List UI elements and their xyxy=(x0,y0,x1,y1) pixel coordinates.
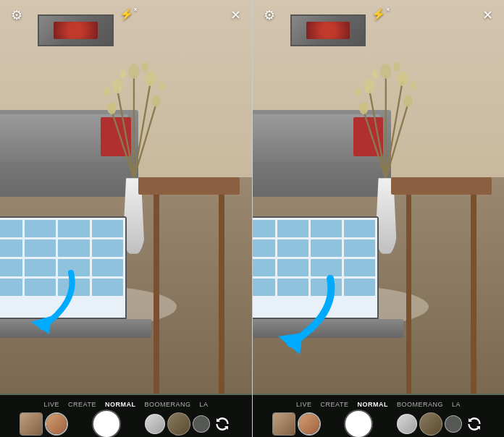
svg-point-25 xyxy=(371,69,378,78)
svg-point-9 xyxy=(107,102,116,114)
left-panel: ⚙ ⚡ x ✕ LIVE CREATE NORMAL BOOMERANG LA xyxy=(0,0,252,437)
svg-point-20 xyxy=(364,78,374,93)
flash-bolt-right: ⚡ xyxy=(371,8,386,20)
rtile-5 xyxy=(253,239,275,257)
svg-point-23 xyxy=(403,95,412,106)
bottom-bar-right: LIVE CREATE NORMAL BOOMERANG LA xyxy=(253,395,504,437)
rtile-7 xyxy=(311,239,342,257)
table-leg-right-right xyxy=(471,195,476,394)
mode-boomerang[interactable]: BOOMERANG xyxy=(140,399,195,410)
story-image xyxy=(46,414,67,434)
story-thumbnail[interactable] xyxy=(45,412,68,436)
svg-point-6 xyxy=(128,64,139,79)
svg-point-22 xyxy=(397,71,408,86)
flash-off-right: x xyxy=(387,7,390,12)
silver-item xyxy=(145,414,165,434)
flash-bolt: ⚡ xyxy=(119,8,134,20)
svg-point-10 xyxy=(119,69,126,78)
right-panel: ⚙ ⚡ x ✕ LIVE CREATE NORMAL BOOMERANG LA xyxy=(252,0,504,437)
table-leg-left-right xyxy=(406,195,412,394)
close-icon[interactable]: ✕ xyxy=(230,9,241,22)
svg-point-12 xyxy=(103,88,109,96)
tile-16 xyxy=(92,279,123,296)
flowers xyxy=(101,59,167,179)
silver-item-right xyxy=(397,414,417,434)
svg-point-8 xyxy=(151,95,160,106)
table-leg-right xyxy=(219,195,224,394)
top-controls-left: ⚙ ⚡ x ✕ xyxy=(0,0,252,30)
mode-normal-right[interactable]: NORMAL xyxy=(353,399,392,410)
flip-camera-button-right[interactable] xyxy=(464,414,484,434)
table-leg-left xyxy=(154,195,159,394)
mode-create[interactable]: CREATE xyxy=(64,399,101,410)
small-circle xyxy=(193,415,210,433)
table-legs xyxy=(138,195,239,394)
svg-point-7 xyxy=(145,71,156,86)
top-controls-right: ⚙ ⚡ x ✕ xyxy=(253,0,504,30)
mode-boomerang-right[interactable]: BOOMERANG xyxy=(392,399,448,410)
tile-7 xyxy=(58,239,89,257)
mode-tabs-left: LIVE CREATE NORMAL BOOMERANG LA xyxy=(0,395,252,411)
rtile-8 xyxy=(344,239,375,257)
wooden-table xyxy=(138,177,239,394)
mode-la-right[interactable]: LA xyxy=(448,399,465,410)
flash-icon[interactable]: ⚡ x xyxy=(119,9,134,20)
boomerang-thumbnail-right[interactable] xyxy=(419,412,442,436)
camera-controls-left xyxy=(0,411,252,437)
tile-5 xyxy=(0,239,22,257)
svg-point-21 xyxy=(380,64,391,79)
story-image-right xyxy=(299,414,319,434)
flowers-right xyxy=(353,59,419,179)
mode-la[interactable]: LA xyxy=(195,399,212,410)
svg-point-13 xyxy=(158,81,164,90)
table-top-right xyxy=(391,177,492,195)
small-circle-right xyxy=(445,415,462,433)
svg-point-28 xyxy=(410,81,416,90)
flash-off-indicator: x xyxy=(134,7,137,12)
svg-point-26 xyxy=(394,62,400,71)
gallery-image-right xyxy=(273,413,295,435)
boomerang-thumbnail[interactable] xyxy=(167,412,190,436)
tile-12 xyxy=(92,259,123,276)
rtile-4 xyxy=(344,220,375,237)
settings-icon-right[interactable]: ⚙ xyxy=(264,9,275,22)
table-top xyxy=(138,177,239,195)
wooden-table-right xyxy=(391,177,492,394)
story-thumbnail-right[interactable] xyxy=(298,412,321,436)
gallery-thumbnail-right[interactable] xyxy=(272,412,295,436)
mode-normal[interactable]: NORMAL xyxy=(101,399,140,410)
svg-point-24 xyxy=(359,102,368,114)
tile-8 xyxy=(92,239,123,257)
mode-live-right[interactable]: LIVE xyxy=(292,399,316,410)
tile-13 xyxy=(0,279,22,296)
tile-1 xyxy=(0,220,22,237)
gallery-image xyxy=(20,413,42,435)
flip-camera-button[interactable] xyxy=(212,414,232,434)
svg-marker-14 xyxy=(31,316,51,334)
svg-marker-29 xyxy=(278,333,303,355)
rtile-3 xyxy=(311,220,342,237)
rtile-2 xyxy=(277,220,308,237)
mode-live[interactable]: LIVE xyxy=(40,399,64,410)
tile-9 xyxy=(0,259,22,276)
tile-2 xyxy=(25,220,56,237)
rtile-12 xyxy=(344,259,375,276)
shutter-button-right[interactable] xyxy=(345,411,371,437)
settings-icon[interactable]: ⚙ xyxy=(11,9,22,22)
tile-3 xyxy=(58,220,89,237)
svg-point-11 xyxy=(141,62,148,71)
mode-tabs-right: LIVE CREATE NORMAL BOOMERANG LA xyxy=(253,395,504,411)
camera-controls-right xyxy=(253,411,504,437)
rtile-16 xyxy=(344,279,375,296)
mode-create-right[interactable]: CREATE xyxy=(316,399,353,410)
flash-icon-right[interactable]: ⚡ x xyxy=(371,9,386,20)
tile-4 xyxy=(92,220,123,237)
svg-point-5 xyxy=(112,78,122,93)
shutter-button[interactable] xyxy=(93,411,119,437)
table-legs-right xyxy=(391,195,492,394)
blue-arrow-right xyxy=(265,271,345,358)
bottom-bar-left: LIVE CREATE NORMAL BOOMERANG LA xyxy=(0,395,252,437)
gallery-thumbnail[interactable] xyxy=(20,412,43,436)
rtile-1 xyxy=(253,220,275,237)
close-icon-right[interactable]: ✕ xyxy=(482,9,493,22)
